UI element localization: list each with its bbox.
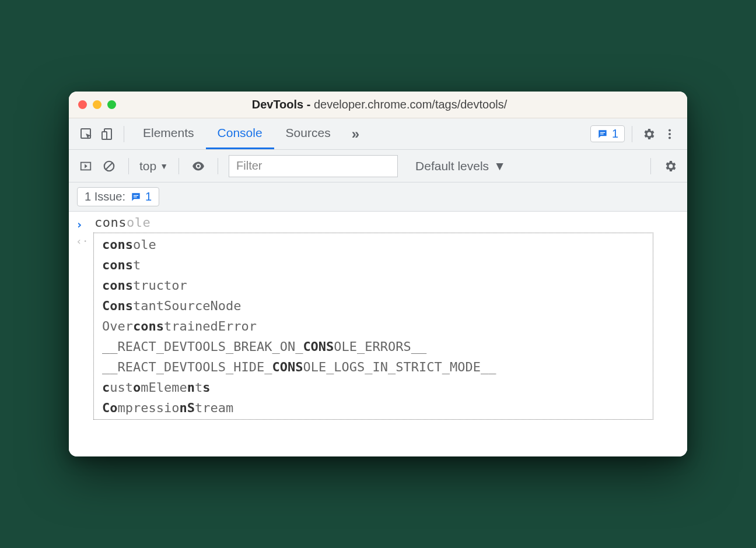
divider <box>650 158 651 174</box>
clear-console-icon[interactable] <box>100 157 118 175</box>
autocomplete-item[interactable]: customElements <box>94 377 653 398</box>
svg-rect-2 <box>102 132 107 139</box>
divider <box>128 158 129 174</box>
issues-count: 1 <box>612 127 618 140</box>
svg-point-7 <box>668 136 671 139</box>
divider <box>632 126 632 142</box>
live-expression-icon[interactable] <box>190 157 207 175</box>
settings-icon[interactable] <box>639 125 658 143</box>
window-title: DevTools - developer.chrome.com/tags/dev… <box>81 98 678 111</box>
tab-sources[interactable]: Sources <box>274 118 342 149</box>
console-prompt[interactable]: › console <box>69 212 687 233</box>
svg-rect-13 <box>134 196 137 197</box>
divider <box>218 158 218 174</box>
svg-point-11 <box>197 164 200 167</box>
autocomplete-item[interactable]: CompressionStream <box>94 398 653 418</box>
autocomplete-item[interactable]: constructor <box>94 275 653 296</box>
console-body: › console ‹· consoleconstconstructorCons… <box>69 212 687 456</box>
message-icon <box>130 191 142 203</box>
log-levels-selector[interactable]: Default levels ▼ <box>415 159 506 173</box>
filter-input[interactable] <box>229 155 398 177</box>
return-icon: ‹· <box>76 233 94 247</box>
main-toolbar: ElementsConsoleSources » 1 <box>69 118 687 150</box>
console-settings-icon[interactable] <box>662 157 679 175</box>
device-toggle-icon[interactable] <box>98 125 117 143</box>
execution-context-selector[interactable]: top ▼ <box>139 159 168 173</box>
chevron-down-icon: ▼ <box>160 161 168 171</box>
autocomplete-item[interactable]: console <box>94 234 653 255</box>
autocomplete-item[interactable]: __REACT_DEVTOOLS_BREAK_ON_CONSOLE_ERRORS… <box>94 336 653 357</box>
autocomplete-item[interactable]: __REACT_DEVTOOLS_HIDE_CONSOLE_LOGS_IN_ST… <box>94 357 653 377</box>
more-menu-icon[interactable] <box>660 125 679 143</box>
issues-bar: 1 Issue: 1 <box>69 182 687 212</box>
console-toolbar: top ▼ Default levels ▼ <box>69 150 687 182</box>
autocomplete-item[interactable]: OverconstrainedError <box>94 316 653 336</box>
prompt-icon: › <box>76 215 94 231</box>
devtools-window: DevTools - developer.chrome.com/tags/dev… <box>69 92 687 456</box>
issues-chip[interactable]: 1 Issue: 1 <box>77 187 159 206</box>
more-tabs-icon[interactable]: » <box>345 126 366 142</box>
svg-point-5 <box>668 129 671 131</box>
message-icon <box>597 128 608 140</box>
inspect-icon[interactable] <box>77 125 96 143</box>
chevron-down-icon: ▼ <box>494 159 506 173</box>
svg-rect-4 <box>600 134 604 134</box>
svg-rect-3 <box>600 132 605 132</box>
divider <box>124 126 124 142</box>
sidebar-toggle-icon[interactable] <box>77 157 94 175</box>
tab-console[interactable]: Console <box>206 118 274 149</box>
autocomplete-item[interactable]: const <box>94 255 653 275</box>
svg-line-10 <box>106 163 113 169</box>
autocomplete-item[interactable]: ConstantSourceNode <box>94 296 653 316</box>
tab-elements[interactable]: Elements <box>131 118 206 149</box>
svg-rect-12 <box>134 195 138 195</box>
panel-tabs: ElementsConsoleSources <box>131 118 342 149</box>
autocomplete-popup: consoleconstconstructorConstantSourceNod… <box>93 233 653 420</box>
console-input[interactable]: console <box>94 215 150 230</box>
titlebar: DevTools - developer.chrome.com/tags/dev… <box>69 92 687 118</box>
svg-point-6 <box>668 132 671 135</box>
issues-badge[interactable]: 1 <box>590 125 625 142</box>
divider <box>178 158 179 174</box>
